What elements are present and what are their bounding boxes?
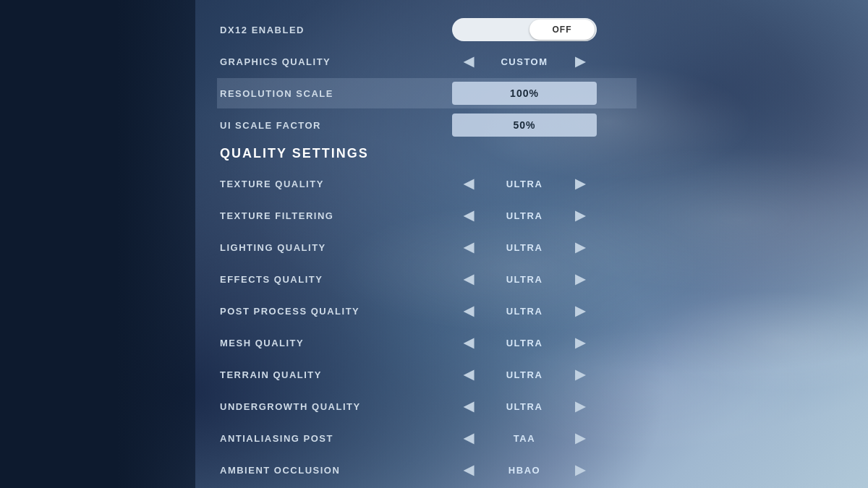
ambient-occlusion-label: AMBIENT OCCLUSION xyxy=(220,465,415,476)
texture-filtering-value: ULTRA xyxy=(481,210,568,221)
ambient-occlusion-row: AMBIENT OCCLUSION◀HBAO▶ xyxy=(217,455,637,485)
resolution-scale-slider[interactable]: 100% xyxy=(452,82,597,105)
mesh-quality-right-arrow[interactable]: ▶ xyxy=(575,335,585,351)
dx12-toggle-value: OFF xyxy=(553,25,572,35)
ui-scale-slider[interactable]: 50% xyxy=(452,114,597,137)
mesh-quality-left-arrow[interactable]: ◀ xyxy=(464,335,474,351)
effects-quality-value: ULTRA xyxy=(481,274,568,285)
terrain-quality-picker: ◀ULTRA▶ xyxy=(438,367,611,382)
resolution-scale-control: 100% xyxy=(415,82,634,105)
texture-filtering-left-arrow[interactable]: ◀ xyxy=(464,207,474,223)
texture-quality-row: TEXTURE QUALITY◀ULTRA▶ xyxy=(217,168,637,199)
effects-quality-row: EFFECTS QUALITY◀ULTRA▶ xyxy=(217,264,637,294)
undergrowth-quality-picker: ◀ULTRA▶ xyxy=(438,398,611,414)
texture-quality-picker: ◀ULTRA▶ xyxy=(438,176,611,192)
texture-quality-right-arrow[interactable]: ▶ xyxy=(575,176,585,192)
settings-panel: DX12 ENABLED OFF GRAPHICS QUALITY ◀ CUST… xyxy=(195,0,658,488)
undergrowth-quality-right-arrow[interactable]: ▶ xyxy=(575,398,585,414)
dx12-control: OFF xyxy=(415,18,634,41)
texture-filtering-row: TEXTURE FILTERING◀ULTRA▶ xyxy=(217,200,637,231)
lighting-quality-row: LIGHTING QUALITY◀ULTRA▶ xyxy=(217,232,637,262)
undergrowth-quality-left-arrow[interactable]: ◀ xyxy=(464,398,474,414)
terrain-quality-row: TERRAIN QUALITY◀ULTRA▶ xyxy=(217,359,637,390)
effects-quality-picker: ◀ULTRA▶ xyxy=(438,271,611,287)
ui-scale-value: 50% xyxy=(513,119,535,131)
texture-quality-value: ULTRA xyxy=(481,179,568,189)
ui-scale-label: UI SCALE FACTOR xyxy=(220,120,415,131)
antialiasing-post-label: ANTIALIASING POST xyxy=(220,433,415,444)
lighting-quality-left-arrow[interactable]: ◀ xyxy=(464,239,474,255)
lighting-quality-value: ULTRA xyxy=(481,242,568,253)
graphics-quality-label: GRAPHICS QUALITY xyxy=(220,56,415,67)
undergrowth-quality-label: UNDERGROWTH QUALITY xyxy=(220,401,415,412)
quality-rows-container: TEXTURE QUALITY◀ULTRA▶TEXTURE FILTERING◀… xyxy=(217,168,637,485)
ambient-occlusion-right-arrow[interactable]: ▶ xyxy=(575,462,585,478)
undergrowth-quality-row: UNDERGROWTH QUALITY◀ULTRA▶ xyxy=(217,391,637,421)
undergrowth-quality-value: ULTRA xyxy=(481,401,568,412)
mesh-quality-row: MESH QUALITY◀ULTRA▶ xyxy=(217,328,637,358)
terrain-quality-value: ULTRA xyxy=(481,369,568,380)
lighting-quality-control: ◀ULTRA▶ xyxy=(415,239,634,255)
dx12-label: DX12 ENABLED xyxy=(220,25,415,35)
terrain-quality-control: ◀ULTRA▶ xyxy=(415,367,634,382)
graphics-quality-left-arrow[interactable]: ◀ xyxy=(464,53,474,69)
graphics-quality-right-arrow[interactable]: ▶ xyxy=(575,53,585,69)
antialiasing-post-row: ANTIALIASING POST◀TAA▶ xyxy=(217,423,637,453)
texture-filtering-picker: ◀ULTRA▶ xyxy=(438,207,611,223)
effects-quality-left-arrow[interactable]: ◀ xyxy=(464,271,474,287)
resolution-scale-row: RESOLUTION SCALE 100% xyxy=(217,78,637,108)
ambient-occlusion-left-arrow[interactable]: ◀ xyxy=(464,462,474,478)
effects-quality-right-arrow[interactable]: ▶ xyxy=(575,271,585,287)
post-process-quality-left-arrow[interactable]: ◀ xyxy=(464,303,474,319)
antialiasing-post-left-arrow[interactable]: ◀ xyxy=(464,430,474,446)
texture-quality-left-arrow[interactable]: ◀ xyxy=(464,176,474,192)
antialiasing-post-control: ◀TAA▶ xyxy=(415,430,634,446)
mesh-quality-value: ULTRA xyxy=(481,338,568,348)
post-process-quality-right-arrow[interactable]: ▶ xyxy=(575,303,585,319)
ui-scale-control: 50% xyxy=(415,114,634,137)
effects-quality-control: ◀ULTRA▶ xyxy=(415,271,634,287)
graphics-quality-value: CUSTOM xyxy=(481,56,568,67)
lighting-quality-right-arrow[interactable]: ▶ xyxy=(575,239,585,255)
ambient-occlusion-value: HBAO xyxy=(481,465,568,476)
terrain-quality-label: TERRAIN QUALITY xyxy=(220,369,415,380)
lighting-quality-picker: ◀ULTRA▶ xyxy=(438,239,611,255)
antialiasing-post-picker: ◀TAA▶ xyxy=(438,430,611,446)
terrain-quality-right-arrow[interactable]: ▶ xyxy=(575,367,585,382)
post-process-quality-label: POST PROCESS QUALITY xyxy=(220,306,415,317)
graphics-quality-row: GRAPHICS QUALITY ◀ CUSTOM ▶ xyxy=(217,46,637,77)
lighting-quality-label: LIGHTING QUALITY xyxy=(220,242,415,253)
antialiasing-post-right-arrow[interactable]: ▶ xyxy=(575,430,585,446)
graphics-quality-picker: ◀ CUSTOM ▶ xyxy=(438,53,611,69)
dx12-row: DX12 ENABLED OFF xyxy=(217,14,637,45)
resolution-scale-label: RESOLUTION SCALE xyxy=(220,88,415,99)
effects-quality-label: EFFECTS QUALITY xyxy=(220,274,415,285)
terrain-quality-left-arrow[interactable]: ◀ xyxy=(464,367,474,382)
ui-scale-row: UI SCALE FACTOR 50% xyxy=(217,110,637,140)
dx12-toggle[interactable]: OFF xyxy=(452,18,597,41)
left-panel xyxy=(0,0,195,488)
texture-quality-control: ◀ULTRA▶ xyxy=(415,176,634,192)
post-process-quality-value: ULTRA xyxy=(481,306,568,317)
texture-quality-label: TEXTURE QUALITY xyxy=(220,179,415,189)
texture-filtering-right-arrow[interactable]: ▶ xyxy=(575,207,585,223)
post-process-quality-row: POST PROCESS QUALITY◀ULTRA▶ xyxy=(217,296,637,326)
antialiasing-post-value: TAA xyxy=(481,433,568,444)
graphics-quality-control: ◀ CUSTOM ▶ xyxy=(415,53,634,69)
texture-filtering-label: TEXTURE FILTERING xyxy=(220,210,415,221)
mesh-quality-control: ◀ULTRA▶ xyxy=(415,335,634,351)
post-process-quality-picker: ◀ULTRA▶ xyxy=(438,303,611,319)
texture-filtering-control: ◀ULTRA▶ xyxy=(415,207,634,223)
post-process-quality-control: ◀ULTRA▶ xyxy=(415,303,634,319)
undergrowth-quality-control: ◀ULTRA▶ xyxy=(415,398,634,414)
resolution-scale-value: 100% xyxy=(510,87,539,99)
mesh-quality-picker: ◀ULTRA▶ xyxy=(438,335,611,351)
quality-settings-title: QUALITY SETTINGS xyxy=(220,146,637,161)
ambient-occlusion-picker: ◀HBAO▶ xyxy=(438,462,611,478)
dx12-toggle-knob: OFF xyxy=(529,20,595,40)
mesh-quality-label: MESH QUALITY xyxy=(220,338,415,348)
ambient-occlusion-control: ◀HBAO▶ xyxy=(415,462,634,478)
